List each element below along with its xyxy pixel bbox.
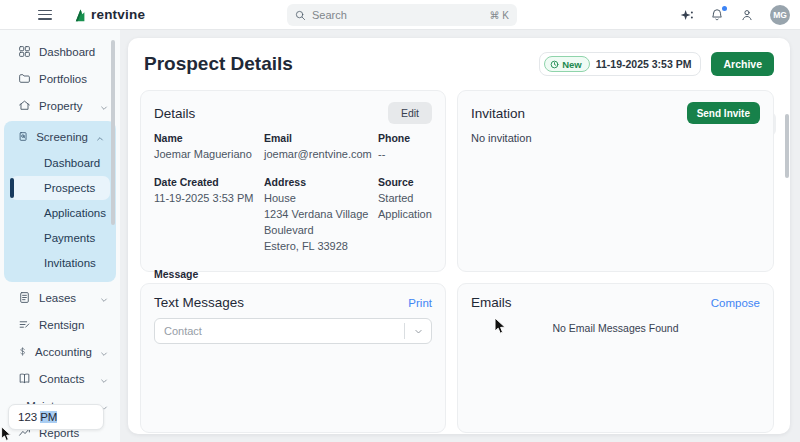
home-icon xyxy=(18,99,31,112)
rentvine-logo-icon xyxy=(74,8,87,22)
content-scrollbar[interactable] xyxy=(785,114,789,178)
rentsign-signature-icon xyxy=(18,318,31,331)
dashboard-icon xyxy=(18,45,31,58)
clock-icon xyxy=(550,60,559,69)
emails-card-title: Emails xyxy=(471,295,711,310)
main-content-card: Prospect Details New 11-19-2025 3:53 PM … xyxy=(128,38,790,434)
folder-icon xyxy=(18,72,31,85)
no-invitation-text: No invitation xyxy=(471,132,760,144)
emails-card: Emails Compose No Email Messages Found xyxy=(457,283,774,433)
sidebar-item-rentsign[interactable]: Rentsign xyxy=(0,311,120,338)
user-avatar[interactable]: MG xyxy=(770,5,790,25)
field-date-created: Date Created 11-19-2025 3:53 PM xyxy=(154,176,258,255)
chevron-down-icon xyxy=(100,102,108,110)
menu-icon[interactable] xyxy=(38,10,52,20)
sidebar-group-screening: Screening Dashboard Prospects Applicatio… xyxy=(4,121,116,282)
sidebar-item-label: Property xyxy=(39,100,92,112)
footer-input-selected-text: PM xyxy=(40,411,57,423)
sidebar-item-label: Rentsign xyxy=(39,319,112,331)
field-source: Source Started Application xyxy=(378,176,432,255)
sidebar-item-label: Leases xyxy=(39,292,92,304)
chevron-up-icon xyxy=(96,133,104,141)
edit-button[interactable]: Edit xyxy=(388,102,432,124)
status-timestamp: 11-19-2025 3:53 PM xyxy=(596,58,692,70)
notifications-bell-icon[interactable] xyxy=(710,8,725,23)
sidebar-item-label: Dashboard xyxy=(39,46,112,58)
sidebar-item-applications[interactable]: Applications xyxy=(10,201,110,225)
print-link[interactable]: Print xyxy=(408,297,432,309)
search-placeholder: Search xyxy=(312,9,484,21)
archive-button[interactable]: Archive xyxy=(711,52,774,76)
details-card: Details Edit Name Joemar Magueriano Emai… xyxy=(140,90,446,272)
top-bar: rentvine Search ⌘ K MG xyxy=(0,0,800,30)
send-invite-button[interactable]: Send Invite xyxy=(687,102,760,124)
invitation-card: Invitation Send Invite No invitation xyxy=(457,90,774,272)
sidebar-item-contacts[interactable]: Contacts xyxy=(0,365,120,392)
page-title: Prospect Details xyxy=(144,53,539,75)
footer-input-text: 123 xyxy=(18,411,37,423)
logo-text: rentvine xyxy=(91,7,145,22)
search-input[interactable]: Search ⌘ K xyxy=(287,4,517,26)
sidebar-item-screening-dashboard[interactable]: Dashboard xyxy=(10,151,110,175)
compose-link[interactable]: Compose xyxy=(711,297,760,309)
text-messages-card-title: Text Messages xyxy=(154,295,408,310)
leases-file-icon xyxy=(18,291,31,304)
sidebar-item-dashboard[interactable]: Dashboard xyxy=(0,38,120,65)
dollar-icon xyxy=(18,345,27,358)
no-emails-text: No Email Messages Found xyxy=(471,322,760,334)
sidebar-item-label: Accounting xyxy=(35,346,92,358)
sidebar-item-property[interactable]: Property xyxy=(0,92,120,119)
assistant-sparkle-icon[interactable] xyxy=(680,8,695,23)
contact-select[interactable]: Contact xyxy=(154,318,432,344)
notification-dot xyxy=(722,6,727,11)
sidebar-item-invitations[interactable]: Invitations xyxy=(10,251,110,275)
active-indicator xyxy=(10,178,14,198)
contact-person-icon[interactable] xyxy=(740,8,755,23)
contacts-book-icon xyxy=(18,372,31,385)
search-icon xyxy=(295,10,306,21)
sidebar: Dashboard Portfolios Property Screening … xyxy=(0,30,120,442)
sidebar-item-prospects[interactable]: Prospects xyxy=(10,176,110,200)
field-phone: Phone -- xyxy=(378,132,432,163)
screening-doc-icon xyxy=(18,130,28,143)
sidebar-item-label: Screening xyxy=(36,131,88,143)
chevron-down-icon xyxy=(405,327,431,336)
chevron-down-icon xyxy=(100,375,108,383)
invitation-card-title: Invitation xyxy=(471,106,687,121)
status-badge: New xyxy=(544,56,590,72)
contact-select-placeholder: Contact xyxy=(164,325,404,337)
sidebar-item-label: Contacts xyxy=(39,373,92,385)
sidebar-item-label: Prospects xyxy=(44,182,95,194)
sidebar-item-screening[interactable]: Screening xyxy=(4,123,116,150)
app-logo[interactable]: rentvine xyxy=(74,7,145,22)
sidebar-footer-input[interactable]: 123 PM xyxy=(8,404,104,430)
sidebar-scrollbar[interactable] xyxy=(111,40,115,225)
chevron-down-icon xyxy=(100,294,108,302)
field-name: Name Joemar Magueriano xyxy=(154,132,258,163)
search-shortcut: ⌘ K xyxy=(490,10,509,21)
page-header: Prospect Details New 11-19-2025 3:53 PM … xyxy=(128,38,790,82)
sidebar-item-accounting[interactable]: Accounting xyxy=(0,338,120,365)
details-card-title: Details xyxy=(154,106,388,121)
text-messages-card: Text Messages Print Contact xyxy=(140,283,446,433)
sidebar-item-payments[interactable]: Payments xyxy=(10,226,110,250)
chevron-down-icon xyxy=(100,348,108,356)
sidebar-item-portfolios[interactable]: Portfolios xyxy=(0,65,120,92)
field-address: Address House 1234 Verdana Village Boule… xyxy=(264,176,372,255)
sidebar-item-leases[interactable]: Leases xyxy=(0,284,120,311)
sidebar-item-label: Portfolios xyxy=(39,73,112,85)
field-email: Email joemar@rentvine.com xyxy=(264,132,372,163)
status-pill: New 11-19-2025 3:53 PM xyxy=(539,52,701,76)
